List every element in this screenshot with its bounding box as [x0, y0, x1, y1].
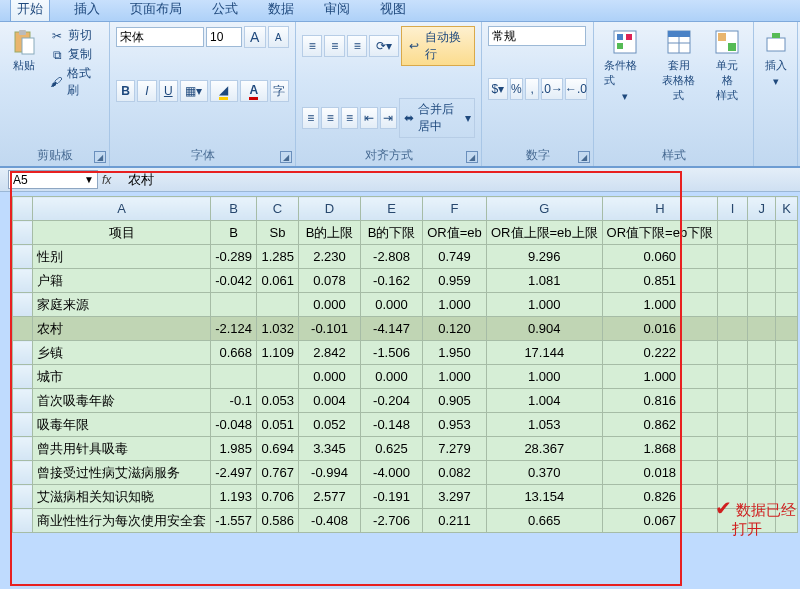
col-header-C[interactable]: C — [257, 197, 299, 221]
data-row-9[interactable]: 曾接受过性病艾滋病服务-2.4970.767-0.994-4.0000.0820… — [13, 461, 798, 485]
cell-A13[interactable]: 商业性性行为每次使用安全套 — [33, 509, 211, 533]
cell-F9[interactable]: 0.953 — [423, 413, 487, 437]
cell-K5[interactable] — [776, 317, 798, 341]
cell-B10[interactable]: 1.985 — [211, 437, 257, 461]
cell-I3[interactable] — [718, 269, 748, 293]
cell-C6[interactable]: 1.109 — [257, 341, 299, 365]
cell-A6[interactable]: 乡镇 — [33, 341, 211, 365]
comma-button[interactable]: , — [525, 78, 539, 100]
cell-D4[interactable]: 0.000 — [299, 293, 361, 317]
hdr2-H[interactable]: OR值下限=eb下限 — [602, 221, 718, 245]
currency-button[interactable]: $▾ — [488, 78, 508, 100]
cell-K10[interactable] — [776, 437, 798, 461]
data-row-8[interactable]: 曾共用针具吸毒1.9850.6943.3450.6257.27928.3671.… — [13, 437, 798, 461]
cell-G2[interactable]: 9.296 — [487, 245, 603, 269]
cut-button[interactable]: ✂剪切 — [46, 26, 103, 45]
cell-E13[interactable]: -2.706 — [361, 509, 423, 533]
indent-inc-button[interactable]: ⇥ — [380, 107, 397, 129]
cell-D10[interactable]: 3.345 — [299, 437, 361, 461]
cell-B12[interactable]: 1.193 — [211, 485, 257, 509]
cell-F10[interactable]: 7.279 — [423, 437, 487, 461]
hdr2-F[interactable]: OR值=eb — [423, 221, 487, 245]
cell-A8[interactable]: 首次吸毒年龄 — [33, 389, 211, 413]
cell-I6[interactable] — [718, 341, 748, 365]
insert-cells-button[interactable]: 插入▾ — [760, 26, 791, 90]
cell-J4[interactable] — [748, 293, 776, 317]
cell-G6[interactable]: 17.144 — [487, 341, 603, 365]
cell-G3[interactable]: 1.081 — [487, 269, 603, 293]
cell-E9[interactable]: -0.148 — [361, 413, 423, 437]
data-row-5[interactable]: 城市0.0000.0001.0001.0001.000 — [13, 365, 798, 389]
cell-D5[interactable]: -0.101 — [299, 317, 361, 341]
cell-A9[interactable]: 吸毒年限 — [33, 413, 211, 437]
hdr2-D[interactable]: B的上限 — [299, 221, 361, 245]
cell-G5[interactable]: 0.904 — [487, 317, 603, 341]
cell-H8[interactable]: 0.816 — [602, 389, 718, 413]
font-size-select[interactable] — [206, 27, 242, 47]
cell-E2[interactable]: -2.808 — [361, 245, 423, 269]
cell-D3[interactable]: 0.078 — [299, 269, 361, 293]
cell-A7[interactable]: 城市 — [33, 365, 211, 389]
paste-button[interactable]: 粘贴 — [6, 26, 42, 100]
cell-C8[interactable]: 0.053 — [257, 389, 299, 413]
select-all-cell[interactable] — [13, 197, 33, 221]
cell-I10[interactable] — [718, 437, 748, 461]
clipboard-launcher[interactable]: ◢ — [94, 151, 106, 163]
copy-button[interactable]: ⧉复制 — [46, 45, 103, 64]
cell-I11[interactable] — [718, 461, 748, 485]
cell-G7[interactable]: 1.000 — [487, 365, 603, 389]
data-row-1[interactable]: 户籍-0.0420.0610.078-0.1620.9591.0810.851 — [13, 269, 798, 293]
merge-center-button[interactable]: ⬌合并后居中▾ — [399, 98, 475, 138]
cell-B7[interactable] — [211, 365, 257, 389]
data-row-0[interactable]: 性别-0.2891.2852.230-2.8080.7499.2960.060 — [13, 245, 798, 269]
col-header-D[interactable]: D — [299, 197, 361, 221]
data-row-4[interactable]: 乡镇0.6681.1092.842-1.5061.95017.1440.222 — [13, 341, 798, 365]
inc-decimal-button[interactable]: .0→ — [541, 78, 563, 100]
cell-G12[interactable]: 13.154 — [487, 485, 603, 509]
cell-E12[interactable]: -0.191 — [361, 485, 423, 509]
hdr2-J[interactable] — [748, 221, 776, 245]
cell-D6[interactable]: 2.842 — [299, 341, 361, 365]
cell-K6[interactable] — [776, 341, 798, 365]
cell-E3[interactable]: -0.162 — [361, 269, 423, 293]
cell-A4[interactable]: 家庭来源 — [33, 293, 211, 317]
cell-C12[interactable]: 0.706 — [257, 485, 299, 509]
spreadsheet-grid[interactable]: ABCDEFGHIJK 项目BSbB的上限B的下限OR值=ebOR值上限=eb上… — [12, 196, 798, 533]
cell-A3[interactable]: 户籍 — [33, 269, 211, 293]
cell-I2[interactable] — [718, 245, 748, 269]
underline-button[interactable]: U — [159, 80, 178, 102]
cell-I9[interactable] — [718, 413, 748, 437]
align-bottom-button[interactable]: ≡ — [347, 35, 367, 57]
hdr2-E[interactable]: B的下限 — [361, 221, 423, 245]
format-as-table-button[interactable]: 套用 表格格式 — [654, 26, 704, 105]
col-header-F[interactable]: F — [423, 197, 487, 221]
dec-decimal-button[interactable]: ←.0 — [565, 78, 587, 100]
col-header-H[interactable]: H — [602, 197, 718, 221]
cell-E4[interactable]: 0.000 — [361, 293, 423, 317]
cell-B6[interactable]: 0.668 — [211, 341, 257, 365]
cell-H3[interactable]: 0.851 — [602, 269, 718, 293]
cell-G8[interactable]: 1.004 — [487, 389, 603, 413]
cell-F4[interactable]: 1.000 — [423, 293, 487, 317]
tab-formulas[interactable]: 公式 — [206, 0, 244, 21]
cell-F11[interactable]: 0.082 — [423, 461, 487, 485]
cell-E8[interactable]: -0.204 — [361, 389, 423, 413]
cell-I8[interactable] — [718, 389, 748, 413]
cell-I4[interactable] — [718, 293, 748, 317]
number-launcher[interactable]: ◢ — [578, 151, 590, 163]
cell-A5[interactable]: 农村 — [33, 317, 211, 341]
cell-A12[interactable]: 艾滋病相关知识知晓 — [33, 485, 211, 509]
cell-D11[interactable]: -0.994 — [299, 461, 361, 485]
cell-G9[interactable]: 1.053 — [487, 413, 603, 437]
cell-H11[interactable]: 0.018 — [602, 461, 718, 485]
alignment-launcher[interactable]: ◢ — [466, 151, 478, 163]
shrink-font-button[interactable]: A — [268, 26, 290, 48]
cell-C11[interactable]: 0.767 — [257, 461, 299, 485]
cell-J5[interactable] — [748, 317, 776, 341]
col-header-K[interactable]: K — [776, 197, 798, 221]
cell-H4[interactable]: 1.000 — [602, 293, 718, 317]
cell-H12[interactable]: 0.826 — [602, 485, 718, 509]
cell-A11[interactable]: 曾接受过性病艾滋病服务 — [33, 461, 211, 485]
name-box-drop[interactable]: ▼ — [84, 174, 94, 185]
cell-B11[interactable]: -2.497 — [211, 461, 257, 485]
